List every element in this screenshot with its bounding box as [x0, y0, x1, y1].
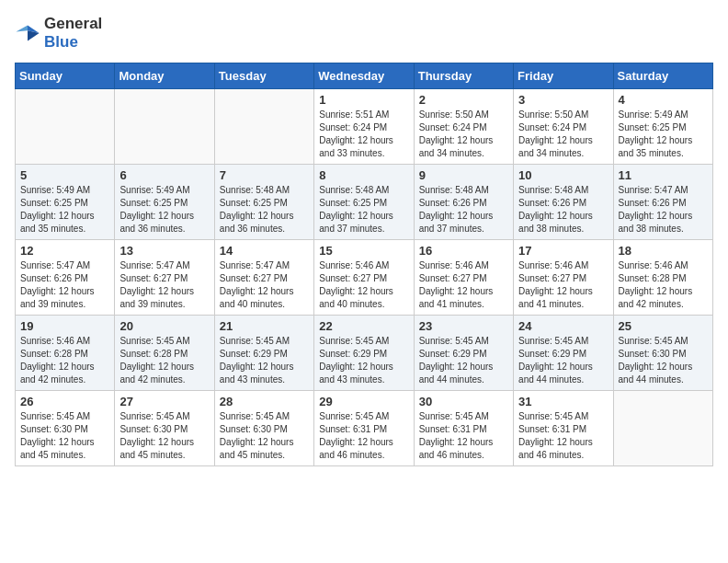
weekday-header-tuesday: Tuesday [214, 63, 313, 89]
day-number: 18 [619, 244, 708, 258]
calendar-cell: 30Sunrise: 5:45 AM Sunset: 6:31 PM Dayli… [414, 391, 513, 466]
day-info: Sunrise: 5:47 AM Sunset: 6:27 PM Dayligh… [220, 259, 309, 311]
day-number: 1 [319, 93, 408, 107]
weekday-header-monday: Monday [115, 63, 214, 89]
day-number: 9 [419, 168, 508, 182]
day-info: Sunrise: 5:45 AM Sunset: 6:29 PM Dayligh… [220, 335, 309, 386]
calendar-cell: 23Sunrise: 5:45 AM Sunset: 6:29 PM Dayli… [414, 316, 513, 391]
calendar-cell: 21Sunrise: 5:45 AM Sunset: 6:29 PM Dayli… [214, 316, 313, 391]
day-info: Sunrise: 5:45 AM Sunset: 6:29 PM Dayligh… [419, 335, 508, 386]
day-number: 17 [518, 244, 608, 258]
calendar-cell: 20Sunrise: 5:45 AM Sunset: 6:28 PM Dayli… [115, 316, 214, 391]
day-number: 26 [20, 395, 109, 408]
day-number: 24 [518, 319, 608, 333]
calendar-week-row: 5Sunrise: 5:49 AM Sunset: 6:25 PM Daylig… [16, 165, 713, 240]
page-header: General Blue [15, 15, 713, 52]
calendar-cell: 17Sunrise: 5:46 AM Sunset: 6:27 PM Dayli… [514, 240, 613, 316]
day-number: 27 [119, 395, 209, 408]
calendar-cell: 29Sunrise: 5:45 AM Sunset: 6:31 PM Dayli… [314, 391, 414, 466]
day-info: Sunrise: 5:46 AM Sunset: 6:27 PM Dayligh… [419, 259, 508, 311]
weekday-header-row: SundayMondayTuesdayWednesdayThursdayFrid… [16, 63, 713, 89]
day-info: Sunrise: 5:51 AM Sunset: 6:24 PM Dayligh… [319, 109, 408, 160]
day-number: 21 [220, 319, 309, 333]
day-info: Sunrise: 5:45 AM Sunset: 6:31 PM Dayligh… [319, 410, 408, 462]
day-number: 20 [119, 319, 209, 333]
calendar-cell: 5Sunrise: 5:49 AM Sunset: 6:25 PM Daylig… [16, 165, 115, 240]
day-number: 2 [419, 93, 508, 107]
weekday-header-saturday: Saturday [613, 63, 712, 89]
calendar-week-row: 19Sunrise: 5:46 AM Sunset: 6:28 PM Dayli… [16, 316, 713, 391]
day-info: Sunrise: 5:46 AM Sunset: 6:27 PM Dayligh… [518, 259, 608, 311]
logo: General Blue [15, 15, 102, 52]
day-number: 5 [20, 168, 109, 182]
calendar-cell: 12Sunrise: 5:47 AM Sunset: 6:26 PM Dayli… [16, 240, 115, 316]
logo-icon [15, 20, 40, 46]
calendar-cell: 4Sunrise: 5:49 AM Sunset: 6:25 PM Daylig… [613, 89, 712, 165]
day-number: 19 [20, 319, 109, 333]
day-number: 16 [419, 244, 508, 258]
weekday-header-friday: Friday [514, 63, 613, 89]
calendar-cell: 18Sunrise: 5:46 AM Sunset: 6:28 PM Dayli… [613, 240, 712, 316]
calendar-cell: 22Sunrise: 5:45 AM Sunset: 6:29 PM Dayli… [314, 316, 414, 391]
day-info: Sunrise: 5:50 AM Sunset: 6:24 PM Dayligh… [518, 109, 608, 160]
calendar-cell [115, 89, 214, 165]
calendar-cell: 7Sunrise: 5:48 AM Sunset: 6:25 PM Daylig… [214, 165, 313, 240]
weekday-header-sunday: Sunday [16, 63, 115, 89]
day-info: Sunrise: 5:47 AM Sunset: 6:26 PM Dayligh… [619, 184, 708, 236]
calendar-cell: 2Sunrise: 5:50 AM Sunset: 6:24 PM Daylig… [414, 89, 513, 165]
day-info: Sunrise: 5:45 AM Sunset: 6:30 PM Dayligh… [220, 410, 309, 462]
day-number: 31 [518, 395, 608, 408]
day-info: Sunrise: 5:45 AM Sunset: 6:28 PM Dayligh… [119, 335, 209, 386]
calendar-cell: 28Sunrise: 5:45 AM Sunset: 6:30 PM Dayli… [214, 391, 313, 466]
day-info: Sunrise: 5:47 AM Sunset: 6:26 PM Dayligh… [20, 259, 109, 311]
weekday-header-wednesday: Wednesday [314, 63, 414, 89]
day-number: 29 [319, 395, 408, 408]
day-info: Sunrise: 5:49 AM Sunset: 6:25 PM Dayligh… [619, 109, 708, 160]
day-info: Sunrise: 5:46 AM Sunset: 6:28 PM Dayligh… [20, 335, 109, 386]
calendar-cell: 14Sunrise: 5:47 AM Sunset: 6:27 PM Dayli… [214, 240, 313, 316]
calendar-cell: 6Sunrise: 5:49 AM Sunset: 6:25 PM Daylig… [115, 165, 214, 240]
day-info: Sunrise: 5:45 AM Sunset: 6:30 PM Dayligh… [119, 410, 209, 462]
day-info: Sunrise: 5:46 AM Sunset: 6:27 PM Dayligh… [319, 259, 408, 311]
calendar-cell: 9Sunrise: 5:48 AM Sunset: 6:26 PM Daylig… [414, 165, 513, 240]
calendar-cell: 24Sunrise: 5:45 AM Sunset: 6:29 PM Dayli… [514, 316, 613, 391]
calendar-cell: 1Sunrise: 5:51 AM Sunset: 6:24 PM Daylig… [314, 89, 414, 165]
calendar-cell: 3Sunrise: 5:50 AM Sunset: 6:24 PM Daylig… [514, 89, 613, 165]
logo-text: General Blue [44, 15, 102, 52]
calendar-cell: 19Sunrise: 5:46 AM Sunset: 6:28 PM Dayli… [16, 316, 115, 391]
calendar-cell: 27Sunrise: 5:45 AM Sunset: 6:30 PM Dayli… [115, 391, 214, 466]
calendar-table: SundayMondayTuesdayWednesdayThursdayFrid… [15, 63, 713, 466]
day-number: 22 [319, 319, 408, 333]
svg-marker-1 [16, 26, 28, 32]
day-number: 11 [619, 168, 708, 182]
day-info: Sunrise: 5:45 AM Sunset: 6:31 PM Dayligh… [518, 410, 608, 462]
day-info: Sunrise: 5:45 AM Sunset: 6:29 PM Dayligh… [518, 335, 608, 386]
day-info: Sunrise: 5:45 AM Sunset: 6:29 PM Dayligh… [319, 335, 408, 386]
day-number: 12 [20, 244, 109, 258]
calendar-cell: 10Sunrise: 5:48 AM Sunset: 6:26 PM Dayli… [514, 165, 613, 240]
calendar-cell: 15Sunrise: 5:46 AM Sunset: 6:27 PM Dayli… [314, 240, 414, 316]
day-info: Sunrise: 5:47 AM Sunset: 6:27 PM Dayligh… [119, 259, 209, 311]
day-number: 14 [220, 244, 309, 258]
day-info: Sunrise: 5:45 AM Sunset: 6:30 PM Dayligh… [619, 335, 708, 386]
calendar-week-row: 12Sunrise: 5:47 AM Sunset: 6:26 PM Dayli… [16, 240, 713, 316]
day-info: Sunrise: 5:46 AM Sunset: 6:28 PM Dayligh… [619, 259, 708, 311]
day-number: 15 [319, 244, 408, 258]
calendar-cell: 31Sunrise: 5:45 AM Sunset: 6:31 PM Dayli… [514, 391, 613, 466]
day-info: Sunrise: 5:48 AM Sunset: 6:25 PM Dayligh… [319, 184, 408, 236]
day-info: Sunrise: 5:45 AM Sunset: 6:30 PM Dayligh… [20, 410, 109, 462]
day-number: 6 [119, 168, 209, 182]
day-info: Sunrise: 5:49 AM Sunset: 6:25 PM Dayligh… [20, 184, 109, 236]
day-info: Sunrise: 5:48 AM Sunset: 6:25 PM Dayligh… [220, 184, 309, 236]
calendar-cell [613, 391, 712, 466]
calendar-cell [214, 89, 313, 165]
day-number: 23 [419, 319, 508, 333]
calendar-cell: 11Sunrise: 5:47 AM Sunset: 6:26 PM Dayli… [613, 165, 712, 240]
calendar-cell: 8Sunrise: 5:48 AM Sunset: 6:25 PM Daylig… [314, 165, 414, 240]
calendar-cell: 25Sunrise: 5:45 AM Sunset: 6:30 PM Dayli… [613, 316, 712, 391]
day-number: 13 [119, 244, 209, 258]
calendar-cell: 26Sunrise: 5:45 AM Sunset: 6:30 PM Dayli… [16, 391, 115, 466]
calendar-cell: 16Sunrise: 5:46 AM Sunset: 6:27 PM Dayli… [414, 240, 513, 316]
calendar-cell: 13Sunrise: 5:47 AM Sunset: 6:27 PM Dayli… [115, 240, 214, 316]
day-number: 4 [619, 93, 708, 107]
